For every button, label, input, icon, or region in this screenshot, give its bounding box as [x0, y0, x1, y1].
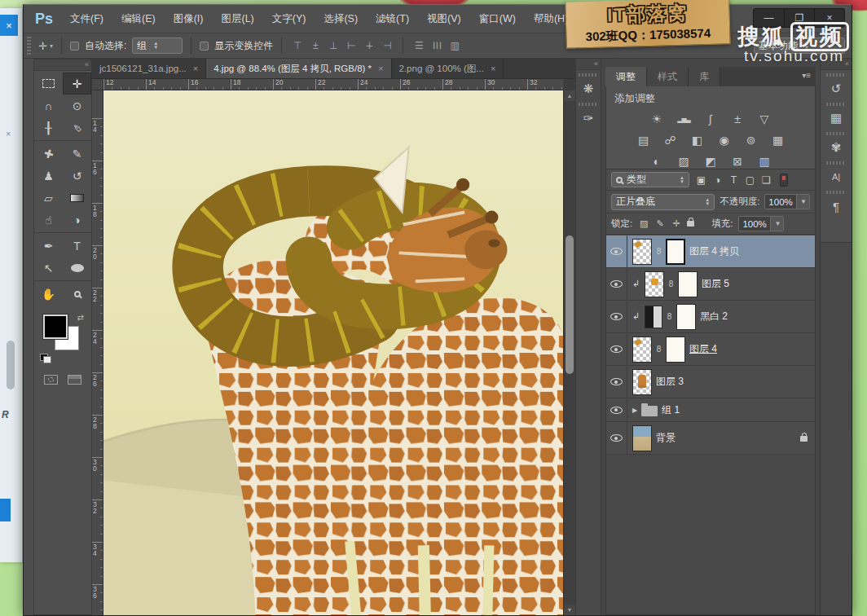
visibility-toggle-background[interactable] — [606, 422, 627, 454]
chevron-down-icon[interactable]: ▼ — [770, 217, 783, 231]
layer-row-black-white-2[interactable]: ↲8黑白 2 — [606, 301, 815, 333]
filter-smart-objects-icon[interactable]: ❏ — [759, 174, 773, 186]
tool-eraser-tool[interactable]: ▱ — [34, 187, 63, 209]
tool-quick-selection-tool[interactable]: ⊙ — [63, 95, 91, 117]
tab-doc-jc1506121[interactable]: jc1506121_31a.jpg...× — [92, 59, 206, 78]
tool-crop-tool[interactable]: ╂ — [34, 117, 63, 139]
distribute-vertical-centers-icon[interactable]: ☰ — [411, 40, 426, 51]
auto-select-checkbox[interactable] — [70, 42, 79, 51]
screen-mode-button[interactable] — [68, 375, 81, 385]
tool-pen-tool[interactable]: ✒ — [34, 235, 63, 257]
options-bar-gripper[interactable] — [27, 37, 31, 55]
tool-clone-stamp-tool[interactable]: ♟ — [34, 165, 63, 187]
align-bottom-edges-icon[interactable]: ⊥ — [326, 40, 341, 51]
menu-layer[interactable]: 图层(L) — [212, 5, 262, 33]
tool-smudge-tool[interactable]: ☝ — [34, 209, 63, 231]
layer-row-layer-4[interactable]: 8图层 4 — [606, 333, 815, 366]
vertical-ruler[interactable]: 141618202224262830323436 — [92, 90, 103, 615]
filter-adjustment-layers-icon[interactable]: ◑ — [711, 174, 724, 186]
background-window-scrollbar[interactable] — [7, 341, 15, 389]
tool-spot-healing-brush-tool[interactable]: ✚ — [34, 143, 63, 165]
color-balance-icon[interactable]: ☍ — [662, 134, 679, 147]
tool-eyedropper-tool[interactable]: ✑ — [63, 117, 91, 139]
layer-thumbnail[interactable] — [632, 369, 652, 395]
paragraph-panel-icon[interactable]: ¶ — [825, 196, 847, 217]
tab-doc-2png[interactable]: 2.png @ 100% (图...× — [392, 59, 504, 78]
background-window-blue-tile[interactable] — [0, 499, 11, 521]
character-panel-icon[interactable]: A| — [825, 166, 847, 187]
scrollbar-thumb[interactable] — [566, 235, 574, 374]
exposure-icon[interactable]: ± — [729, 112, 746, 125]
filter-pixel-layers-icon[interactable]: ▣ — [694, 174, 708, 186]
layer-row-layer-5[interactable]: ↲8图层 5 — [606, 268, 815, 301]
layer-thumbnail[interactable] — [645, 271, 664, 297]
layer-mask-thumbnail[interactable] — [666, 239, 685, 265]
menu-file[interactable]: 文件(F) — [61, 5, 112, 33]
scroll-down-icon[interactable]: ▼ — [564, 605, 575, 615]
vertical-scrollbar[interactable]: ▲ ▼ — [563, 90, 575, 615]
chevron-down-icon[interactable]: ▼ — [796, 195, 809, 209]
ruler-origin-corner[interactable] — [92, 79, 103, 90]
lock-pixels-icon[interactable]: ✎ — [654, 218, 666, 229]
expand-arrow-icon[interactable]: ▶ — [632, 407, 637, 414]
color-panel-icon[interactable]: ✾ — [825, 137, 847, 158]
brush-presets-panel-icon[interactable]: ✑ — [578, 108, 599, 129]
posterize-icon[interactable]: ▨ — [676, 155, 692, 168]
filter-type-layers-icon[interactable]: T — [727, 174, 741, 186]
brush-panel-icon[interactable]: ❋ — [578, 78, 599, 99]
selective-color-icon[interactable]: ⊠ — [729, 155, 746, 168]
background-window-close-icon[interactable]: × — [0, 15, 18, 36]
hue-saturation-icon[interactable]: ▤ — [636, 134, 652, 147]
tool-zoom-tool[interactable] — [63, 283, 91, 305]
show-transform-controls-checkbox[interactable] — [200, 42, 209, 51]
layer-filter-type-dropdown[interactable]: 类型 ▲▼ — [611, 172, 689, 187]
scroll-up-icon[interactable]: ▲ — [564, 90, 575, 101]
close-icon[interactable]: × — [491, 64, 495, 73]
vibrance-icon[interactable]: ▽ — [756, 112, 772, 125]
menu-window[interactable]: 窗口(W) — [470, 5, 525, 33]
tool-dodge-tool[interactable]: ◑ — [63, 209, 91, 231]
tool-hand-tool[interactable]: ✋ — [34, 283, 63, 305]
tool-ellipse-tool[interactable] — [63, 257, 91, 279]
invert-icon[interactable]: ◐ — [649, 155, 665, 168]
tool-path-selection-tool[interactable]: ↖ — [34, 257, 63, 279]
background-window-small-close-icon[interactable]: × — [6, 129, 11, 139]
brightness-contrast-icon[interactable]: ☀ — [649, 112, 665, 125]
distribute-horizontal-centers-icon[interactable]: ☰ — [431, 38, 442, 53]
horizontal-ruler[interactable]: 1214161820222426283032 — [103, 79, 563, 90]
default-colors-icon[interactable] — [40, 354, 51, 363]
menu-type[interactable]: 文字(Y) — [263, 5, 315, 33]
layer-row-background[interactable]: 背景 — [606, 422, 815, 455]
opacity-field[interactable]: 100% ▼ — [764, 194, 810, 209]
layer-row-layer-3[interactable]: 图层 3 — [606, 366, 815, 398]
menu-filter[interactable]: 滤镜(T) — [367, 5, 418, 33]
canvas[interactable] — [103, 90, 563, 615]
align-right-edges-icon[interactable]: ⊣ — [380, 40, 394, 51]
levels-icon[interactable]: ▂▅▃ — [676, 116, 692, 123]
layer-thumbnail[interactable] — [632, 239, 652, 265]
blend-mode-dropdown[interactable]: 正片叠底 ▲▼ — [611, 194, 715, 210]
visibility-toggle-layer-4-copy[interactable] — [606, 235, 627, 267]
align-top-edges-icon[interactable]: ⊤ — [290, 40, 305, 51]
close-icon[interactable]: × — [378, 64, 383, 73]
align-horizontal-centers-icon[interactable]: ∔ — [362, 40, 376, 51]
distribute-spacing-icon[interactable]: ▥ — [447, 40, 462, 51]
curves-icon[interactable]: ∫ — [702, 112, 719, 125]
gradient-map-icon[interactable]: ▥ — [756, 155, 772, 168]
layer-thumbnail[interactable] — [632, 425, 652, 451]
tool-gradient-tool[interactable] — [63, 187, 91, 209]
black-white-icon[interactable]: ◧ — [689, 134, 706, 147]
tab-styles[interactable]: 样式 — [647, 67, 689, 86]
menu-view[interactable]: 视图(V) — [418, 5, 470, 33]
visibility-toggle-layer-3[interactable] — [606, 366, 627, 398]
swatches-panel-icon[interactable]: ▦ — [825, 108, 847, 129]
swap-colors-icon[interactable]: ⇄ — [77, 313, 84, 322]
photo-filter-icon[interactable]: ◉ — [716, 134, 733, 147]
align-left-edges-icon[interactable]: ⊢ — [344, 40, 359, 51]
menu-select[interactable]: 选择(S) — [315, 5, 367, 33]
visibility-toggle-layer-5[interactable] — [606, 268, 627, 300]
menu-image[interactable]: 图像(I) — [165, 5, 213, 33]
fill-field[interactable]: 100% ▼ — [738, 216, 784, 231]
filter-shape-layers-icon[interactable]: ▢ — [743, 174, 757, 186]
tool-brush-tool[interactable]: ✎ — [63, 143, 91, 165]
